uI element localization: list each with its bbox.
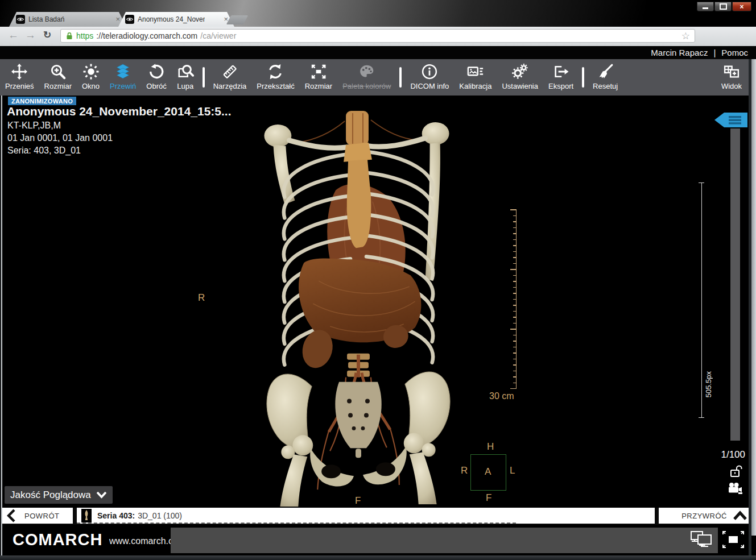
series-name: Seria 403: — [97, 511, 135, 520]
orientation-marker-right: R — [198, 292, 205, 304]
toolbar-button-lupa[interactable]: Lupa — [172, 59, 199, 96]
zoom-in-icon — [49, 63, 67, 80]
stack-scrollbar-thumb[interactable] — [730, 128, 740, 441]
window-edge — [1, 96, 2, 555]
toolbar-button-dicom-info[interactable]: DICOM info — [405, 59, 454, 96]
series-tab[interactable]: Seria 403: 3D_01 (100) — [77, 508, 655, 524]
toolbar-button-obroc[interactable]: Obróć — [141, 59, 171, 96]
image-viewport: ZANONIMIZOWANO Anonymous 24_November_201… — [0, 96, 756, 508]
series-label: Seria: 403, 3D_01 — [7, 146, 81, 156]
window-level-sun-icon — [82, 63, 100, 80]
orientation-marker-foot: F — [355, 495, 361, 507]
cine-camera-icon[interactable] — [727, 482, 744, 496]
application-window: × Lista Badań × Anonymous 24_Novembe × ←… — [0, 0, 756, 560]
anonymized-badge: ZANONIMIZOWANO — [8, 97, 76, 105]
forward-button[interactable]: → — [25, 29, 36, 42]
unlock-icon[interactable] — [729, 464, 745, 479]
study-info: KT-KLP,JB,M — [7, 121, 61, 131]
cube-top: H — [487, 441, 494, 453]
chevron-left-icon — [7, 509, 15, 522]
toolbar-button-eksport[interactable]: Eksport — [543, 59, 579, 96]
minimize-button[interactable] — [697, 2, 714, 11]
toolbar-button-paleta-kolorow: Paleta kolorów — [337, 59, 396, 96]
logged-user: Marcin Rapacz — [651, 48, 708, 57]
series-navigation-bar: POWRÓT Seria 403: 3D_01 (100) PRZYWRÓĆ — [0, 508, 756, 525]
toolbar-separator — [203, 67, 205, 88]
restore-button[interactable]: PRZYWRÓĆ — [659, 508, 751, 524]
pixel-bracket-cap — [699, 182, 704, 183]
toolbar-button-resetuj[interactable]: Resetuj — [588, 59, 623, 96]
fullscreen-icon[interactable] — [721, 530, 745, 549]
study-dates: 01 Jan 0001, 01 Jan 0001 — [7, 133, 113, 143]
series-selected-underline — [77, 522, 516, 524]
footer-bar: COMARCH www.comarch.com — [0, 525, 756, 555]
cube-bottom: F — [486, 492, 491, 504]
pixel-height-label: 505.5px — [704, 371, 713, 397]
browser-tab-lista-badan[interactable]: Lista Badań × — [9, 12, 126, 27]
study-title: Anonymous 24_November_2014_15:5... — [7, 105, 232, 118]
browser-tab-anonymous[interactable]: Anonymous 24_Novembe × — [118, 12, 234, 27]
user-strip: Marcin Rapacz | Pomoc — [0, 46, 756, 59]
toolbar-button-widok[interactable]: Widok — [716, 59, 747, 96]
toolbar-button-rozmiar-zoom[interactable]: Rozmiar — [39, 59, 77, 96]
ct-3d-volume-render[interactable] — [245, 111, 472, 508]
url-path: /ca/viewer — [200, 31, 236, 40]
chevron-down-icon — [96, 491, 107, 499]
fit-size-icon — [310, 63, 327, 80]
frame-counter: 1/100 — [711, 449, 745, 461]
close-icon: × — [740, 4, 743, 10]
info-icon — [421, 63, 438, 80]
maximize-button[interactable] — [714, 2, 732, 11]
toolbar-button-ustawienia[interactable]: Ustawienia — [497, 59, 543, 96]
toolbar-button-przewin[interactable]: Przewiń — [105, 59, 141, 96]
toolbar-button-przeksztalc[interactable]: Przekształć — [251, 59, 299, 96]
scroll-layers-icon — [114, 63, 131, 80]
new-tab-button[interactable] — [226, 15, 249, 24]
window-edge — [751, 59, 756, 536]
help-link[interactable]: Pomoc — [721, 48, 748, 57]
tab-label: Anonymous 24_Novembe — [138, 15, 205, 23]
address-bar[interactable]: https://teleradiology.comarch.com/ca/vie… — [60, 29, 695, 43]
cube-right: L — [510, 465, 515, 476]
bookmark-star-icon[interactable]: ☆ — [681, 30, 690, 42]
series-thumbnail — [81, 509, 92, 522]
calibration-icon — [467, 63, 484, 80]
move-icon — [11, 63, 28, 80]
back-button[interactable]: ← — [8, 29, 19, 42]
toolbar-button-kalibracja[interactable]: Kalibracja — [454, 59, 497, 96]
toolbar-separator — [399, 67, 402, 88]
ruler-icon — [221, 63, 238, 80]
toolbar-button-rozmiar-fit[interactable]: Rozmiar — [300, 59, 337, 96]
pixel-bracket-cap — [699, 417, 704, 418]
chevron-up-icon — [733, 511, 747, 521]
scale-ruler — [510, 209, 517, 389]
pixel-bracket — [701, 183, 702, 417]
toolbar-separator — [582, 67, 584, 88]
toolbar-button-okno[interactable]: Okno — [77, 59, 105, 96]
transform-icon — [267, 63, 284, 80]
toolbar-button-narzedzia[interactable]: Narzędzia — [208, 59, 252, 96]
footer-tray — [171, 528, 718, 553]
reload-button[interactable]: ↻ — [43, 29, 51, 41]
toolbar-button-przenies[interactable]: Przenieś — [0, 59, 39, 96]
comarch-logo: COMARCH — [13, 530, 102, 549]
side-panel-toggle-icon[interactable] — [714, 111, 747, 128]
tab-close-icon[interactable]: × — [114, 16, 122, 23]
layout-add-icon — [723, 63, 740, 80]
broom-icon — [597, 63, 614, 80]
palette-icon — [358, 63, 375, 80]
eye-favicon-icon — [16, 15, 25, 24]
dual-monitor-icon[interactable] — [689, 530, 713, 549]
quality-dropdown[interactable]: Jakość Poglądowa — [5, 486, 113, 504]
back-label: POWRÓT — [24, 512, 60, 520]
window-controls: × — [697, 2, 751, 11]
series-detail: 3D_01 (100) — [138, 511, 182, 520]
back-to-list-button[interactable]: POWRÓT — [2, 508, 73, 524]
close-button[interactable]: × — [732, 2, 751, 11]
window-titlebar: × Lista Badań × Anonymous 24_Novembe × — [0, 0, 756, 27]
window-edge — [0, 555, 756, 560]
eye-favicon-icon — [125, 15, 134, 24]
export-icon — [552, 63, 569, 80]
browser-navbar: ← → ↻ https://teleradiology.comarch.com/… — [0, 27, 756, 47]
gears-icon — [511, 63, 528, 80]
